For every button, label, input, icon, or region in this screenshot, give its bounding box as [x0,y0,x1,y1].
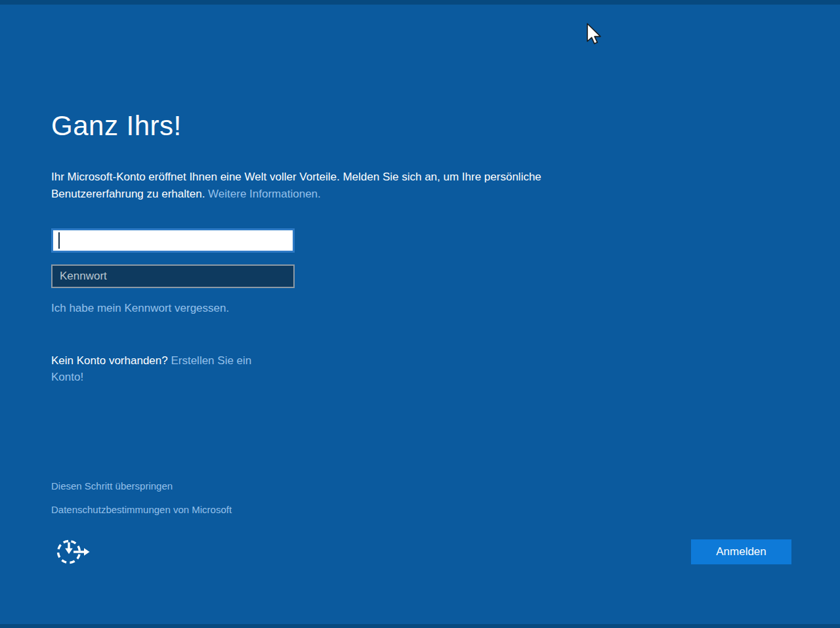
ease-of-access-button[interactable] [54,535,96,568]
page-title: Ganz Ihrs! [51,110,182,142]
no-account-block: Kein Konto vorhanden? Erstellen Sie ein … [51,352,270,385]
no-account-question: Kein Konto vorhanden? [51,354,168,367]
screen-edge-bottom [0,624,840,628]
screen-edge-top [0,0,840,5]
forgot-password-link[interactable]: Ich habe mein Kennwort vergessen. [51,302,229,315]
mouse-cursor [586,23,604,47]
intro-line2: Benutzererfahrung zu erhalten. [51,188,205,200]
more-info-link[interactable]: Weitere Informationen. [208,188,321,200]
text-caret [58,232,60,249]
email-input[interactable] [51,228,295,253]
password-input[interactable] [51,264,295,288]
clock-arrows-icon [55,535,94,567]
intro-text: Ihr Microsoft-Konto eröffnet Ihnen eine … [51,169,616,203]
privacy-link[interactable]: Datenschutzbestimmungen von Microsoft [51,504,232,515]
email-field-wrapper [51,228,295,253]
sign-in-button[interactable]: Anmelden [691,539,791,564]
intro-line1: Ihr Microsoft-Konto eröffnet Ihnen eine … [51,171,541,183]
skip-step-link[interactable]: Diesen Schritt überspringen [51,480,173,492]
oobe-signin-screen: Ganz Ihrs! Ihr Microsoft-Konto eröffnet … [0,0,840,628]
